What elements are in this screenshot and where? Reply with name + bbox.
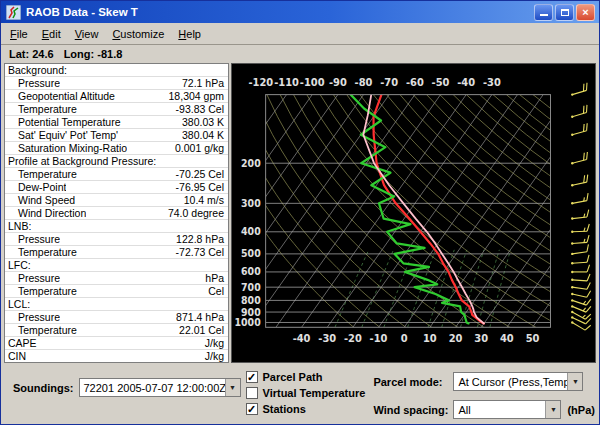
- table-row[interactable]: Temperature-93.83 Cel: [5, 102, 228, 115]
- skewt-chart-panel[interactable]: -120-110-100-90-80-70-60-50-40-30-40-30-…: [231, 63, 596, 363]
- menu-file[interactable]: File: [3, 25, 35, 43]
- svg-text:300: 300: [241, 198, 261, 209]
- svg-text:10: 10: [423, 332, 437, 343]
- title-bar[interactable]: RAOB Data - Skew T ×: [1, 1, 599, 23]
- table-row[interactable]: CAPEJ/kg: [5, 336, 228, 349]
- bottom-controls: Soundings: 72201 2005-07-07 12:00:00Z ▼ …: [1, 363, 599, 424]
- table-row-value: J/kg: [205, 350, 228, 362]
- table-row[interactable]: Pressure122.8 hPa: [5, 232, 228, 245]
- table-row[interactable]: PressurehPa: [5, 271, 228, 284]
- svg-text:600: 600: [241, 266, 261, 277]
- table-row-label: Sat' Equiv' Pot' Temp': [5, 129, 118, 141]
- svg-text:1000: 1000: [235, 317, 261, 328]
- table-row[interactable]: Potential Temperature380.03 K: [5, 115, 228, 128]
- checkbox-label: Parcel Path: [263, 371, 323, 383]
- checkbox-box[interactable]: [246, 387, 258, 399]
- table-row-label: Potential Temperature: [5, 116, 121, 128]
- svg-text:400: 400: [241, 226, 261, 237]
- table-row-label: Background:: [5, 64, 67, 76]
- table-row-value: Cel: [208, 285, 228, 297]
- svg-text:-90: -90: [329, 77, 347, 88]
- wind-spacing-unit: (hPa): [567, 404, 595, 416]
- checkbox-box[interactable]: ✓: [246, 371, 258, 383]
- svg-text:800: 800: [241, 295, 261, 306]
- table-row-label: Saturation Mixing-Ratio: [5, 142, 127, 154]
- chevron-down-icon[interactable]: ▼: [225, 379, 240, 396]
- svg-text:-80: -80: [355, 77, 373, 88]
- svg-text:-60: -60: [406, 77, 424, 88]
- table-row[interactable]: CINJ/kg: [5, 349, 228, 362]
- table-row-label: Temperature: [5, 324, 77, 336]
- app-icon: [6, 5, 21, 20]
- menu-view[interactable]: View: [68, 25, 106, 43]
- table-row-value: 380.03 K: [182, 116, 228, 128]
- maximize-icon: [561, 9, 569, 16]
- maximize-button[interactable]: [555, 4, 574, 21]
- table-row[interactable]: Pressure871.4 hPa: [5, 310, 228, 323]
- table-row[interactable]: Temperature22.01 Cel: [5, 323, 228, 336]
- svg-text:500: 500: [241, 248, 261, 259]
- svg-text:-10: -10: [370, 332, 388, 343]
- table-row[interactable]: Background:: [5, 64, 228, 76]
- checkbox-label: Virtual Temperature: [263, 387, 366, 399]
- parcel-mode-combobox[interactable]: At Cursor (Press,Temp) ▼: [453, 372, 583, 391]
- menu-bar: FileEditViewCustomizeHelp: [1, 23, 599, 45]
- table-row-value: 122.8 hPa: [176, 233, 228, 245]
- table-row-label: Temperature: [5, 168, 77, 180]
- skewt-diagram[interactable]: -120-110-100-90-80-70-60-50-40-30-40-30-…: [232, 64, 595, 362]
- table-row-label: Temperature: [5, 246, 77, 258]
- table-row-label: Wind Speed: [5, 194, 75, 206]
- svg-text:0: 0: [401, 332, 408, 343]
- minimize-icon: [540, 8, 548, 16]
- latitude-value: Lat: 24.6: [9, 48, 54, 63]
- table-row[interactable]: Saturation Mixing-Ratio0.001 g/kg: [5, 141, 228, 154]
- checkbox-parcel-path[interactable]: ✓Parcel Path: [246, 371, 366, 383]
- table-row[interactable]: LCL:: [5, 297, 228, 310]
- table-row[interactable]: Geopotential Altitude18,304 gpm: [5, 89, 228, 102]
- table-row[interactable]: Profile at Background Pressure:: [5, 154, 228, 167]
- table-row[interactable]: Dew-Point-76.95 Cel: [5, 180, 228, 193]
- svg-text:-120: -120: [249, 77, 274, 88]
- svg-text:-30: -30: [483, 77, 501, 88]
- table-row-label: Pressure: [5, 77, 60, 89]
- table-row-label: Dew-Point: [5, 181, 66, 193]
- table-row[interactable]: Pressure72.1 hPa: [5, 76, 228, 89]
- checkbox-stations[interactable]: ✓Stations: [246, 403, 366, 415]
- table-row[interactable]: LNB:: [5, 219, 228, 232]
- table-row-value: 0.001 g/kg: [175, 142, 228, 154]
- table-row-value: 18,304 gpm: [169, 90, 228, 102]
- close-button[interactable]: ×: [576, 4, 595, 21]
- table-row-label: Temperature: [5, 103, 77, 115]
- table-row[interactable]: Wind Speed10.4 m/s: [5, 193, 228, 206]
- chevron-down-icon[interactable]: ▼: [567, 373, 582, 390]
- menu-help[interactable]: Help: [171, 25, 208, 43]
- svg-text:-20: -20: [344, 332, 362, 343]
- svg-text:-100: -100: [300, 77, 325, 88]
- table-row[interactable]: LFC:: [5, 258, 228, 271]
- display-options: ✓Parcel PathVirtual Temperature✓Stations: [246, 371, 366, 415]
- checkbox-virtual-temperature[interactable]: Virtual Temperature: [246, 387, 366, 399]
- table-row-value: 380.04 K: [182, 129, 228, 141]
- chevron-down-icon[interactable]: ▼: [545, 401, 560, 418]
- table-row[interactable]: TemperatureCel: [5, 284, 228, 297]
- minimize-button[interactable]: [534, 4, 553, 21]
- menu-customize[interactable]: Customize: [105, 25, 171, 43]
- sounding-data-table: Background:Pressure72.1 hPaGeopotential …: [4, 63, 229, 363]
- checkbox-box[interactable]: ✓: [246, 403, 258, 415]
- table-row[interactable]: Temperature-72.73 Cel: [5, 245, 228, 258]
- table-row-value: J/kg: [205, 337, 228, 349]
- parcel-mode-value: At Cursor (Press,Temp): [454, 376, 567, 388]
- table-row-value: 10.4 m/s: [184, 194, 228, 206]
- table-row-label: LFC:: [5, 259, 31, 271]
- table-row-value: 871.4 hPa: [176, 311, 228, 323]
- longitude-value: Long: -81.8: [64, 48, 123, 63]
- wind-spacing-value: All: [454, 404, 545, 416]
- menu-edit[interactable]: Edit: [35, 25, 68, 43]
- svg-text:20: 20: [449, 332, 463, 343]
- svg-text:-110: -110: [274, 77, 299, 88]
- soundings-combobox[interactable]: 72201 2005-07-07 12:00:00Z ▼: [79, 378, 241, 397]
- table-row[interactable]: Wind Direction74.0 degree: [5, 206, 228, 219]
- table-row[interactable]: Temperature-70.25 Cel: [5, 167, 228, 180]
- wind-spacing-combobox[interactable]: All ▼: [453, 400, 561, 419]
- table-row[interactable]: Sat' Equiv' Pot' Temp'380.04 K: [5, 128, 228, 141]
